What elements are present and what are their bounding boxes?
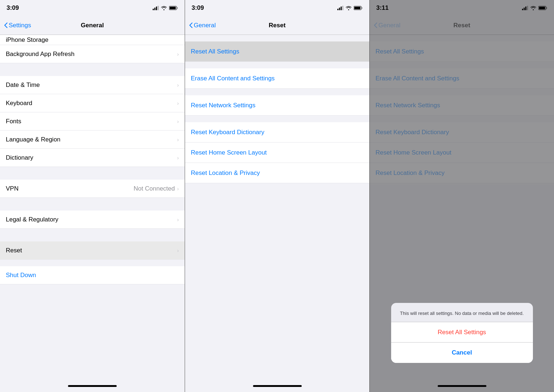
svg-rect-2: [156, 7, 157, 10]
spacer-1: [0, 63, 185, 76]
reset-location-label: Reset Location & Privacy: [191, 169, 364, 177]
alert-cancel-button[interactable]: Cancel: [391, 343, 533, 363]
left-status-bar: 3:09: [0, 0, 185, 16]
alert-message: This will reset all settings. No data or…: [391, 303, 533, 322]
vpn-cell[interactable]: VPN Not Connected ›: [0, 180, 185, 198]
shutdown-cell[interactable]: Shut Down: [0, 266, 185, 284]
iphone-storage-cell[interactable]: iPhone Storage: [0, 35, 185, 45]
bg-refresh-cell[interactable]: Background App Refresh ›: [0, 45, 185, 63]
shutdown-label: Shut Down: [6, 272, 179, 279]
reset-network-cell[interactable]: Reset Network Settings: [185, 95, 369, 116]
legal-cell[interactable]: Legal & Regulatory ›: [0, 211, 185, 229]
vpn-value: Not Connected: [134, 185, 175, 192]
svg-rect-0: [153, 9, 154, 10]
middle-home-bar: [253, 385, 302, 387]
svg-rect-13: [362, 7, 362, 9]
date-time-label: Date & Time: [6, 81, 177, 89]
svg-rect-3: [158, 6, 159, 10]
language-chevron: ›: [177, 136, 179, 143]
middle-back-label: General: [194, 22, 216, 29]
fonts-cell[interactable]: Fonts ›: [0, 112, 185, 131]
bg-refresh-label: Background App Refresh: [6, 51, 177, 58]
middle-status-bar: 3:09: [185, 0, 369, 16]
vpn-chevron: ›: [177, 185, 179, 192]
left-home-bar: [68, 385, 117, 387]
left-home-indicator: [0, 380, 185, 392]
m-spacer-2: [185, 89, 369, 95]
svg-rect-5: [170, 7, 176, 9]
spacer-3: [0, 198, 185, 211]
bg-refresh-chevron: ›: [177, 51, 179, 57]
battery-icon-m: [354, 6, 363, 10]
dictionary-cell[interactable]: Dictionary ›: [0, 149, 185, 167]
date-time-cell[interactable]: Date & Time ›: [0, 76, 185, 94]
m-spacer-3: [185, 116, 369, 122]
left-settings-list: iPhone Storage Background App Refresh › …: [0, 35, 185, 380]
left-back-button[interactable]: Settings: [4, 22, 31, 29]
reset-keyboard-cell[interactable]: Reset Keyboard Dictionary: [185, 122, 369, 143]
signal-icon-m: [337, 6, 344, 10]
keyboard-chevron: ›: [177, 100, 179, 106]
fonts-label: Fonts: [6, 118, 177, 125]
language-label: Language & Region: [6, 136, 177, 143]
alert-confirm-button[interactable]: Reset All Settings: [391, 322, 533, 343]
left-chevron-icon: [4, 23, 8, 28]
middle-nav-title: Reset: [269, 22, 285, 29]
reset-network-label: Reset Network Settings: [191, 102, 364, 109]
middle-back-button[interactable]: General: [189, 22, 216, 29]
left-back-label: Settings: [9, 22, 31, 29]
middle-nav-bar: General Reset: [185, 16, 369, 35]
middle-home-indicator: [185, 380, 369, 392]
reset-chevron: ›: [177, 247, 179, 253]
middle-panel: 3:09 General Reset: [185, 0, 369, 392]
svg-rect-8: [339, 8, 340, 10]
legal-group: Legal & Regulatory ›: [0, 211, 185, 229]
reset-group: Reset ›: [0, 241, 185, 260]
left-panel: 3:09 Sett: [0, 0, 185, 392]
left-status-icons: [153, 6, 178, 10]
dictionary-chevron: ›: [177, 155, 179, 161]
spacer-4: [0, 229, 185, 241]
keyboard-cell[interactable]: Keyboard ›: [0, 94, 185, 112]
iphone-storage-label: iPhone Storage: [6, 36, 48, 44]
wifi-icon: [161, 6, 167, 10]
vpn-group: VPN Not Connected ›: [0, 180, 185, 198]
reset-keyboard-label: Reset Keyboard Dictionary: [191, 129, 364, 136]
erase-all-label: Erase All Content and Settings: [191, 75, 364, 82]
middle-status-icons: [337, 6, 363, 10]
keyboard-label: Keyboard: [6, 100, 177, 107]
left-nav-title: General: [81, 22, 104, 29]
dictionary-label: Dictionary: [6, 154, 177, 161]
language-cell[interactable]: Language & Region ›: [0, 131, 185, 149]
date-time-chevron: ›: [177, 82, 179, 88]
signal-icon: [153, 6, 159, 10]
battery-icon: [169, 6, 178, 10]
vpn-label: VPN: [6, 185, 134, 192]
m-spacer-1: [185, 62, 369, 68]
svg-rect-12: [354, 7, 361, 9]
middle-chevron-icon: [189, 23, 193, 28]
left-time: 3:09: [7, 4, 19, 12]
wifi-icon-m: [346, 6, 352, 10]
shutdown-group: Shut Down: [0, 266, 185, 284]
spacer-5: [0, 260, 185, 266]
middle-settings-list: Reset All Settings Erase All Content and…: [185, 35, 369, 380]
reset-cell[interactable]: Reset ›: [0, 241, 185, 260]
svg-rect-9: [341, 7, 342, 10]
right-panel: 3:11 General Reset: [369, 0, 554, 392]
legal-chevron: ›: [177, 216, 179, 223]
svg-rect-7: [337, 9, 338, 10]
reset-label: Reset: [6, 247, 177, 254]
reset-home-cell[interactable]: Reset Home Screen Layout: [185, 143, 369, 163]
dim-overlay: This will reset all settings. No data or…: [370, 0, 554, 392]
reset-all-settings-cell[interactable]: Reset All Settings: [185, 41, 369, 62]
bg-refresh-group: Background App Refresh ›: [0, 45, 185, 63]
reset-location-cell[interactable]: Reset Location & Privacy: [185, 163, 369, 183]
m-spacer-top: [185, 35, 369, 41]
erase-all-cell[interactable]: Erase All Content and Settings: [185, 68, 369, 89]
svg-rect-1: [154, 8, 156, 10]
middle-time: 3:09: [192, 4, 204, 12]
spacer-2: [0, 167, 185, 180]
left-nav-bar: Settings General: [0, 16, 185, 35]
reset-home-label: Reset Home Screen Layout: [191, 149, 364, 156]
